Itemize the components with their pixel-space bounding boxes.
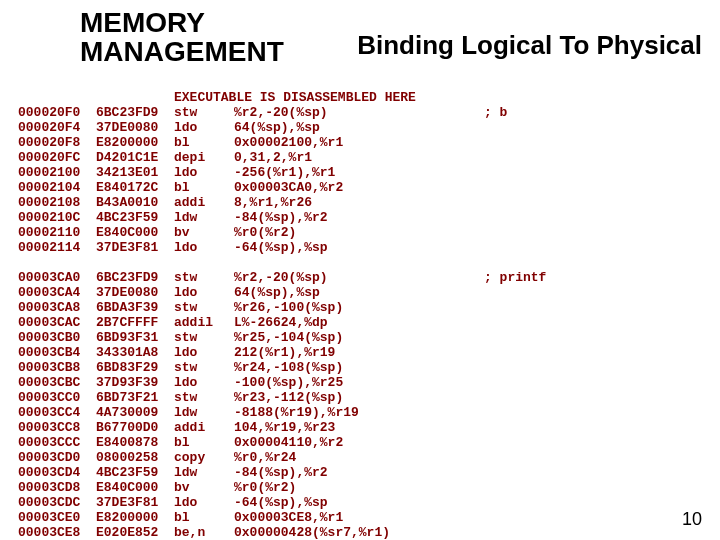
hex-col: E840172C [96,180,174,195]
addr-col: 00003CAC [18,315,96,330]
operands-col: %r24,-108(%sp) [234,360,484,375]
hex-col: 4BC23F59 [96,465,174,480]
hex-col: D4201C1E [96,150,174,165]
disasm-row: 00003CC8B67700D0addi104,%r19,%r23 [18,420,546,435]
operands-col: 0x00000428(%sr7,%r1) [234,525,484,540]
operands-col: 8,%r1,%r26 [234,195,484,210]
operands-col: %r25,-104(%sp) [234,330,484,345]
disassembly-listing: EXECUTABLE IS DISASSEMBLED HERE000020F06… [18,90,546,540]
comment-col: ; printf [484,270,546,285]
mnemonic-col: stw [174,390,234,405]
operands-col: -64(%sp),%sp [234,495,484,510]
addr-col: 00002100 [18,165,96,180]
hex-col: 34213E01 [96,165,174,180]
hex-col: E8200000 [96,510,174,525]
operands-col: 104,%r19,%r23 [234,420,484,435]
disasm-row: 00003CA06BC23FD9stw%r2,-20(%sp); printf [18,270,546,285]
page-number: 10 [682,509,702,530]
comment-col: ; b [484,105,507,120]
operands-col: %r0(%r2) [234,225,484,240]
mnemonic-col: stw [174,105,234,120]
addr-col: 00003CC8 [18,420,96,435]
addr-col: 00002110 [18,225,96,240]
mnemonic-col: stw [174,270,234,285]
addr-col: 00003CA4 [18,285,96,300]
disasm-row: 0000210C4BC23F59ldw-84(%sp),%r2 [18,210,546,225]
hex-col: 6BD93F31 [96,330,174,345]
operands-col: %r26,-100(%sp) [234,300,484,315]
hex-col: 4A730009 [96,405,174,420]
addr-col: 000020F8 [18,135,96,150]
operands-col: -100(%sp),%r25 [234,375,484,390]
mnemonic-col: copy [174,450,234,465]
hex-col: 6BDA3F39 [96,300,174,315]
hex-col: B67700D0 [96,420,174,435]
operands-col: 0,31,2,%r1 [234,150,484,165]
disasm-row: 00003CDC37DE3F81ldo-64(%sp),%sp [18,495,546,510]
addr-col: 00003CCC [18,435,96,450]
mnemonic-col: bl [174,510,234,525]
mnemonic-col: stw [174,330,234,345]
disasm-row: 00002108B43A0010addi8,%r1,%r26 [18,195,546,210]
addr-col: 00003CB0 [18,330,96,345]
disasm-row: 00003CE0E8200000bl0x00003CE8,%r1 [18,510,546,525]
mnemonic-col: ldo [174,240,234,255]
addr-col: 00003CE0 [18,510,96,525]
addr-col: 0000210C [18,210,96,225]
mnemonic-col: ldo [174,120,234,135]
hex-col: E8400878 [96,435,174,450]
disasm-row: 00003CB06BD93F31stw%r25,-104(%sp) [18,330,546,345]
mnemonic-col: bl [174,180,234,195]
mnemonic-col: bl [174,135,234,150]
operands-col: -84(%sp),%r2 [234,465,484,480]
disasm-row: 00003CA86BDA3F39stw%r26,-100(%sp) [18,300,546,315]
mnemonic-col: ldo [174,375,234,390]
mnemonic-col: ldw [174,405,234,420]
operands-col: 0x00003CE8,%r1 [234,510,484,525]
addr-col: 00003CE8 [18,525,96,540]
mnemonic-col: addi [174,195,234,210]
disasm-row: 0000210034213E01ldo-256(%r1),%r1 [18,165,546,180]
operands-col: %r2,-20(%sp) [234,270,484,285]
mnemonic-col: stw [174,300,234,315]
addr-col: 00002104 [18,180,96,195]
disasm-row: 00003CB86BD83F29stw%r24,-108(%sp) [18,360,546,375]
hex-col: 6BC23FD9 [96,270,174,285]
mnemonic-col: ldo [174,495,234,510]
mnemonic-col: depi [174,150,234,165]
operands-col: 0x00004110,%r2 [234,435,484,450]
hex-col: B43A0010 [96,195,174,210]
hex-col: 343301A8 [96,345,174,360]
hex-col: E840C000 [96,225,174,240]
hex-col: 08000258 [96,450,174,465]
operands-col: %r23,-112(%sp) [234,390,484,405]
hex-col: 37DE0080 [96,285,174,300]
addr-col: 000020FC [18,150,96,165]
mnemonic-col: stw [174,360,234,375]
addr-col: 00002108 [18,195,96,210]
hex-col: 6BC23FD9 [96,105,174,120]
disasm-row: 00003CBC37D93F39ldo-100(%sp),%r25 [18,375,546,390]
mnemonic-col: ldo [174,285,234,300]
operands-col: 212(%r1),%r19 [234,345,484,360]
mnemonic-col: bv [174,480,234,495]
hex-col: 4BC23F59 [96,210,174,225]
mnemonic-col: addil [174,315,234,330]
banner-line: EXECUTABLE IS DISASSEMBLED HERE [174,90,546,105]
hex-col: E840C000 [96,480,174,495]
addr-col: 00003CB8 [18,360,96,375]
operands-col: 64(%sp),%sp [234,120,484,135]
addr-col: 00003CC0 [18,390,96,405]
hex-col: E8200000 [96,135,174,150]
operands-col: -8188(%r19),%r19 [234,405,484,420]
mnemonic-col: ldo [174,345,234,360]
disasm-row: 00003CC06BD73F21stw%r23,-112(%sp) [18,390,546,405]
hex-col: 37D93F39 [96,375,174,390]
disasm-row: 00003CAC2B7CFFFFaddilL%-26624,%dp [18,315,546,330]
addr-col: 00002114 [18,240,96,255]
mnemonic-col: ldo [174,165,234,180]
hex-col: 6BD83F29 [96,360,174,375]
title-line1: MEMORY [80,7,205,38]
operands-col: -256(%r1),%r1 [234,165,484,180]
disasm-row: 000020FCD4201C1Edepi0,31,2,%r1 [18,150,546,165]
